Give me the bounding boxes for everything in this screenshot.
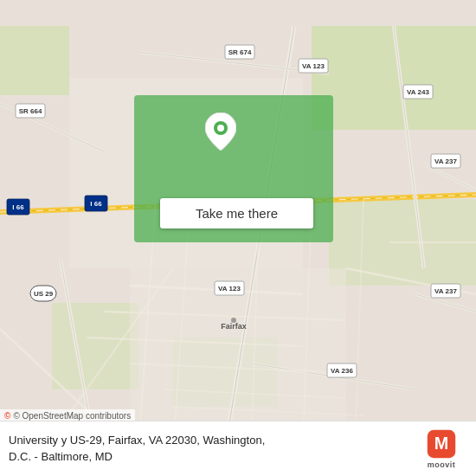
moovit-logo: M moovit [415, 428, 467, 469]
svg-text:VA 236: VA 236 [331, 367, 353, 375]
svg-text:VA 123: VA 123 [218, 285, 241, 293]
svg-point-65 [231, 318, 236, 323]
svg-text:SR 674: SR 674 [228, 48, 252, 56]
address-line1: University y US-29, Fairfax, VA 22030, W… [9, 434, 265, 447]
svg-text:VA 237: VA 237 [434, 287, 457, 295]
svg-line-19 [424, 164, 476, 190]
osm-logo: © [4, 411, 10, 421]
location-pin [205, 113, 236, 151]
svg-point-67 [217, 125, 224, 132]
svg-text:Fairfax: Fairfax [221, 322, 247, 331]
svg-text:M: M [434, 434, 448, 453]
address-line2: D.C. - Baltimore, MD [9, 450, 113, 463]
svg-rect-1 [0, 26, 69, 95]
svg-text:VA 243: VA 243 [407, 88, 429, 96]
map-container: SR 674 VA 123 VA 243 SR 664 I 66 I 66 VA… [0, 0, 476, 476]
moovit-text: moovit [428, 460, 456, 469]
svg-text:I 66: I 66 [90, 200, 102, 208]
svg-text:SR 664: SR 664 [19, 107, 42, 115]
info-bar: University y US-29, Fairfax, VA 22030, W… [0, 421, 476, 476]
svg-text:VA 237: VA 237 [434, 158, 457, 165]
attribution-text: © OpenStreetMap contributors [13, 411, 131, 421]
address-text: University y US-29, Fairfax, VA 22030, W… [9, 433, 415, 464]
take-me-there-button[interactable]: Take me there [160, 198, 313, 228]
svg-text:I 66: I 66 [12, 203, 24, 211]
svg-rect-0 [312, 26, 476, 130]
svg-text:VA 123: VA 123 [302, 62, 325, 70]
svg-text:US 29: US 29 [34, 290, 54, 298]
moovit-icon: M [426, 428, 457, 460]
